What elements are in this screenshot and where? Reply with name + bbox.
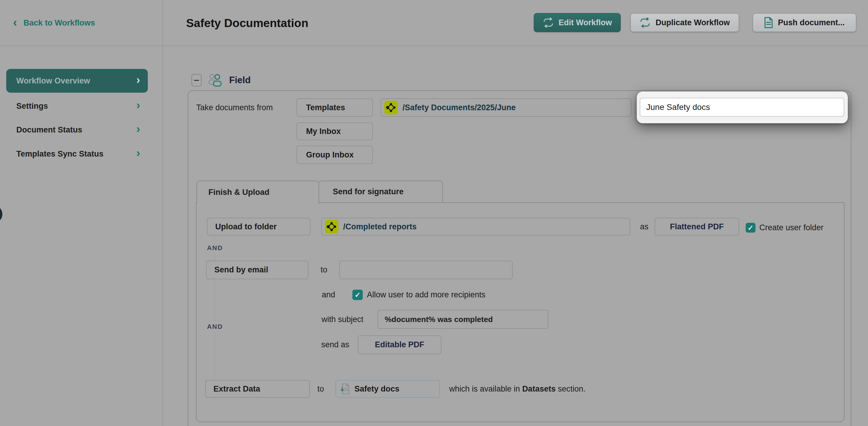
edit-workflow-label: Edit Workflow	[559, 18, 612, 27]
source-my-inbox-button[interactable]: My Inbox	[297, 122, 373, 140]
page-title: Safety Documentation	[186, 0, 308, 46]
workflow-name-input[interactable]	[640, 98, 844, 117]
chevron-right-icon: ›	[136, 100, 140, 111]
sidebar-item-document-status[interactable]: Document Status ›	[6, 119, 148, 141]
sidebar-item-label: Settings	[16, 102, 48, 111]
tab-finish-upload-label: Finish & Upload	[208, 188, 270, 197]
and-connector-2: AND	[206, 322, 223, 331]
templates-label: Templates	[306, 103, 345, 112]
workflow-sync-icon	[542, 18, 554, 28]
back-link-label: Back to Workflows	[24, 19, 95, 28]
create-user-folder-checkbox[interactable]: ✓	[746, 223, 755, 233]
check-icon: ✓	[354, 291, 361, 299]
as-label: as	[640, 218, 649, 235]
sidebar-item-label: Templates Sync Status	[16, 149, 103, 159]
duplicate-sync-icon	[640, 18, 651, 28]
group-inbox-label: Group Inbox	[306, 150, 353, 160]
output-format-value: Flattened PDF	[670, 222, 724, 231]
minus-icon	[194, 80, 199, 81]
sidebar-item-workflow-overview[interactable]: Workflow Overview ›	[6, 69, 148, 93]
tab-send-for-signature-label: Send for signature	[333, 187, 404, 196]
push-document-button[interactable]: Push document...	[752, 13, 857, 32]
upload-folder-path: /Completed reports	[343, 218, 417, 235]
note-prefix: which is available in	[449, 385, 522, 394]
extract-data-label: Extract Data	[213, 385, 260, 394]
upload-folder-path-field[interactable]: /Completed reports	[321, 218, 630, 235]
spotlight-highlight	[637, 91, 848, 123]
collapse-section-button[interactable]	[191, 74, 202, 86]
chevron-right-icon: ›	[136, 74, 140, 86]
sidebar-item-label: Workflow Overview	[16, 76, 90, 86]
dataset-availability-note: which is available in Datasets section.	[449, 380, 585, 398]
folder-hub-icon	[325, 220, 338, 233]
sidebar-item-settings[interactable]: Settings ›	[6, 95, 148, 117]
duplicate-workflow-label: Duplicate Workflow	[655, 18, 730, 27]
sidebar-divider	[162, 0, 163, 426]
group-users-icon	[208, 73, 223, 88]
chevron-left-icon: ‹	[13, 16, 17, 28]
take-documents-from-label: Take documents from	[196, 98, 273, 117]
tab-send-for-signature[interactable]: Send for signature	[318, 180, 443, 202]
and-connector-1: AND	[206, 244, 223, 253]
sidebar-item-templates-sync-status[interactable]: Templates Sync Status ›	[6, 143, 148, 165]
output-format-dropdown[interactable]: Flattened PDF	[655, 218, 739, 235]
to-label: to	[320, 260, 328, 279]
note-bold: Datasets	[522, 385, 556, 394]
upload-to-folder-label: Upload to folder	[215, 222, 277, 231]
check-icon: ✓	[747, 224, 753, 232]
extract-to-label: to	[317, 380, 324, 398]
folder-hub-icon	[384, 101, 398, 114]
dataset-name: Safety docs	[354, 385, 400, 394]
with-subject-label: with subject	[321, 310, 363, 329]
create-user-folder-label: Create user folder	[760, 218, 824, 237]
send-by-email-label: Send by email	[214, 265, 268, 275]
chevron-right-icon: ›	[136, 147, 140, 159]
send-by-email-button[interactable]: Send by email	[206, 260, 308, 279]
source-templates-button[interactable]: Templates	[297, 98, 373, 117]
dataset-document-icon	[341, 383, 350, 395]
source-folder-path: /Safety Documents/2025/June	[403, 99, 516, 116]
push-document-label: Push document...	[778, 18, 844, 27]
send-as-format-value: Editable PDF	[375, 340, 425, 349]
back-to-workflows-link[interactable]: ‹ Back to Workflows	[13, 0, 95, 46]
tab-finish-upload[interactable]: Finish & Upload	[196, 180, 319, 203]
duplicate-workflow-button[interactable]: Duplicate Workflow	[630, 13, 739, 32]
source-group-inbox-button[interactable]: Group Inbox	[297, 146, 373, 164]
allow-recipients-label: Allow user to add more recipients	[367, 288, 485, 301]
dataset-selector-button[interactable]: Safety docs	[336, 380, 440, 398]
send-as-format-dropdown[interactable]: Editable PDF	[358, 335, 441, 354]
field-section-title: Field	[229, 73, 251, 87]
and-label: and	[322, 288, 335, 301]
upload-to-folder-button[interactable]: Upload to folder	[207, 218, 311, 235]
send-as-label: send as	[321, 335, 349, 354]
edit-workflow-button[interactable]: Edit Workflow	[534, 13, 621, 32]
document-icon	[764, 17, 773, 28]
chevron-right-icon: ›	[136, 123, 140, 135]
note-suffix: section.	[556, 385, 586, 394]
extract-data-button[interactable]: Extract Data	[205, 380, 310, 398]
my-inbox-label: My Inbox	[306, 127, 341, 136]
floating-help-button[interactable]	[0, 205, 2, 223]
sidebar-item-label: Document Status	[16, 125, 82, 135]
allow-recipients-checkbox[interactable]: ✓	[352, 290, 363, 300]
source-folder-path-field[interactable]: /Safety Documents/2025/June	[380, 98, 631, 117]
